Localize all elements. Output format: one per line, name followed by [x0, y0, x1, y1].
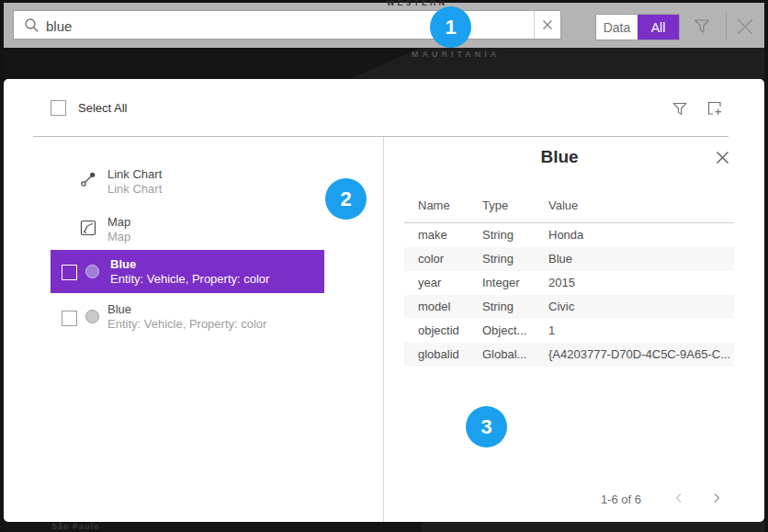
details-title: Blue [384, 147, 735, 167]
result-subtitle: Entity: Vehicle, Property: color [110, 272, 269, 286]
toolbar-divider [726, 12, 727, 40]
search-box [13, 10, 561, 40]
previous-page-icon[interactable] [672, 491, 686, 505]
cell-name: model [418, 300, 480, 313]
results-filter-icon[interactable] [671, 99, 689, 118]
toggle-option-all[interactable]: All [638, 15, 679, 40]
cell-name: make [418, 228, 480, 242]
result-item-blue-selected[interactable]: Blue Entity: Vehicle, Property: color [51, 250, 324, 293]
table-row: globalid Global... {A4203777-D70D-4C5C-9… [404, 343, 734, 367]
table-row: color String Blue [404, 247, 734, 271]
result-item-map[interactable]: Map Map [51, 211, 324, 248]
cell-value: 2015 [548, 276, 732, 289]
map-label-sao-paulo: São Paulo [51, 522, 100, 531]
cell-name: color [418, 252, 480, 266]
result-item-link-chart[interactable]: Link Chart Link Chart [51, 164, 324, 200]
attribute-table-header: Name Type Value [404, 195, 734, 223]
annotation-marker-1: 1 [430, 6, 471, 48]
close-search-icon[interactable] [733, 15, 757, 39]
cell-value: {A4203777-D70D-4C5C-9A65-C... [548, 347, 732, 361]
result-title: Link Chart [107, 167, 162, 182]
cell-type: Object... [482, 323, 547, 337]
cell-name: year [418, 276, 480, 289]
map-label-mauritania: MAURITANIA [412, 50, 500, 59]
entity-circle-icon [85, 310, 99, 323]
annotation-marker-3: 3 [466, 406, 507, 447]
column-header-type: Type [482, 198, 547, 212]
result-item-blue[interactable]: Blue Entity: Vehicle, Property: color [51, 299, 324, 339]
cell-type: Global... [482, 347, 547, 361]
panel-header-divider [33, 136, 728, 137]
map-country-shape [323, 48, 764, 79]
list-details-divider [383, 137, 384, 522]
result-subtitle: Entity: Vehicle, Property: color [107, 317, 266, 331]
cell-type: Integer [482, 276, 547, 289]
table-row: year Integer 2015 [404, 271, 734, 295]
cell-type: String [482, 252, 547, 266]
entity-circle-icon [85, 265, 99, 278]
column-header-name: Name [418, 198, 480, 212]
search-results-panel: Select All Link Chart Link Chart Map [4, 79, 764, 522]
map-background [4, 48, 764, 79]
add-to-selection-icon[interactable] [706, 99, 724, 118]
next-page-icon[interactable] [709, 491, 724, 505]
table-row: model String Civic [404, 295, 734, 319]
cell-value: Blue [548, 252, 732, 266]
cell-value: 1 [548, 323, 732, 337]
annotation-marker-2: 2 [325, 178, 367, 220]
result-subtitle: Link Chart [107, 182, 162, 196]
close-details-icon[interactable] [715, 150, 730, 165]
result-subtitle: Map [107, 230, 130, 243]
result-checkbox[interactable] [62, 265, 77, 280]
search-mode-toggle: Data All [595, 14, 680, 40]
pagination-label: 1-6 of 6 [584, 492, 658, 506]
cell-value: Civic [548, 300, 732, 313]
cell-type: String [482, 228, 547, 242]
search-icon [24, 17, 40, 33]
result-checkbox[interactable] [62, 311, 77, 326]
table-row: make String Honda [404, 223, 734, 247]
column-header-value: Value [548, 198, 732, 212]
cell-value: Honda [548, 228, 732, 242]
result-title: Map [107, 215, 130, 230]
cell-name: globalid [418, 347, 480, 361]
map-country-shape [422, 522, 764, 532]
select-all-checkbox[interactable] [51, 100, 66, 116]
search-toolbar: Data All [4, 3, 764, 48]
select-all-label: Select All [78, 101, 127, 115]
map-label-western-sahara: WESTERN [387, 0, 447, 7]
map-icon [80, 220, 96, 236]
filter-icon[interactable] [692, 16, 712, 36]
attribute-table: make String Honda color String Blue year… [404, 223, 734, 367]
result-title: Blue [110, 257, 269, 272]
map-background-bottom [4, 522, 764, 532]
table-row: objectid Object... 1 [404, 319, 734, 343]
app-window: WESTERN MAURITANIA São Paulo Data All S [0, 0, 768, 532]
cell-name: objectid [418, 323, 480, 337]
cell-type: String [482, 300, 547, 313]
clear-search-button[interactable] [535, 11, 560, 39]
link-chart-icon [80, 171, 96, 187]
result-title: Blue [107, 302, 266, 317]
toggle-option-data[interactable]: Data [596, 15, 638, 40]
